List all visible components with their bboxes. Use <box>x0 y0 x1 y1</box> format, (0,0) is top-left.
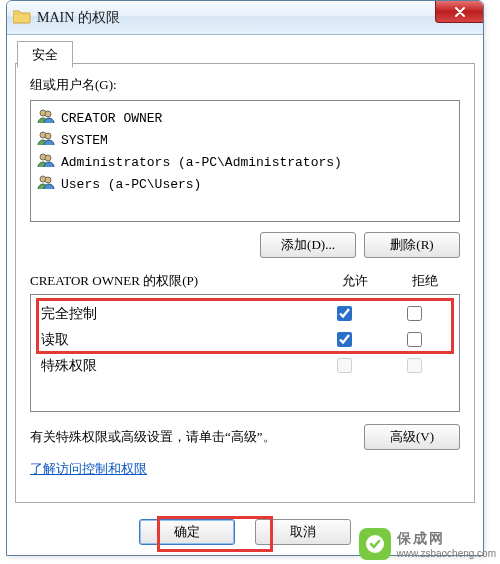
permissions-list: 完全控制 读取 特殊权限 <box>30 294 460 412</box>
svg-point-7 <box>45 177 51 183</box>
users-icon <box>37 130 55 150</box>
deny-header: 拒绝 <box>390 272 460 290</box>
learn-more-link[interactable]: 了解访问控制和权限 <box>30 460 147 478</box>
group-name: Administrators (a-PC\Administrators) <box>61 155 342 170</box>
permission-name: 特殊权限 <box>41 357 309 375</box>
svg-point-3 <box>45 133 51 139</box>
add-button[interactable]: 添加(D)... <box>260 232 356 258</box>
watermark-text: 保成网 www.zsbaocheng.com <box>397 530 497 559</box>
permission-row: 完全控制 <box>31 301 459 327</box>
remove-button[interactable]: 删除(R) <box>364 232 460 258</box>
close-button[interactable] <box>435 1 483 23</box>
group-name: CREATOR OWNER <box>61 111 162 126</box>
watermark-badge-icon <box>359 528 391 560</box>
allow-checkbox[interactable] <box>337 332 352 347</box>
group-names-label: 组或用户名(G): <box>30 76 460 94</box>
deny-checkbox[interactable] <box>407 332 422 347</box>
window-title: MAIN 的权限 <box>37 9 120 27</box>
watermark: 保成网 www.zsbaocheng.com <box>359 528 497 560</box>
tab-panel: 组或用户名(G): CREATOR OWNER SYSTEM Administr… <box>15 63 475 503</box>
tab-security[interactable]: 安全 <box>17 41 73 68</box>
titlebar[interactable]: MAIN 的权限 <box>7 1 483 35</box>
permissions-dialog: MAIN 的权限 安全 组或用户名(G): CREATOR OWNER SYST… <box>6 0 484 556</box>
advanced-text: 有关特殊权限或高级设置，请单击“高级”。 <box>30 427 354 447</box>
allow-checkbox[interactable] <box>337 306 352 321</box>
permission-row: 读取 <box>31 327 459 353</box>
permission-name: 完全控制 <box>41 305 309 323</box>
users-icon <box>37 152 55 172</box>
client-area: 安全 组或用户名(G): CREATOR OWNER SYSTEM Admini… <box>15 41 475 503</box>
permission-row: 特殊权限 <box>31 353 459 379</box>
deny-checkbox <box>407 358 422 373</box>
allow-header: 允许 <box>320 272 390 290</box>
cancel-button[interactable]: 取消 <box>255 519 351 545</box>
svg-point-5 <box>45 155 51 161</box>
group-row[interactable]: SYSTEM <box>37 129 453 151</box>
close-icon <box>454 7 466 17</box>
group-name: Users (a-PC\Users) <box>61 177 201 192</box>
permission-name: 读取 <box>41 331 309 349</box>
group-row[interactable]: CREATOR OWNER <box>37 107 453 129</box>
group-row[interactable]: Users (a-PC\Users) <box>37 173 453 195</box>
folder-icon <box>13 8 31 28</box>
group-list[interactable]: CREATOR OWNER SYSTEM Administrators (a-P… <box>30 100 460 222</box>
group-name: SYSTEM <box>61 133 108 148</box>
allow-checkbox <box>337 358 352 373</box>
permissions-label: CREATOR OWNER 的权限(P) <box>30 272 320 290</box>
group-row[interactable]: Administrators (a-PC\Administrators) <box>37 151 453 173</box>
users-icon <box>37 174 55 194</box>
advanced-button[interactable]: 高级(V) <box>364 424 460 450</box>
deny-checkbox[interactable] <box>407 306 422 321</box>
ok-button[interactable]: 确定 <box>139 519 235 545</box>
users-icon <box>37 108 55 128</box>
svg-point-1 <box>45 111 51 117</box>
